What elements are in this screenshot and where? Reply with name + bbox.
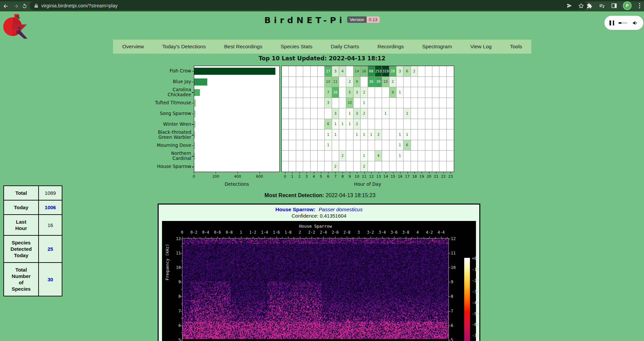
heatmap-cell [432, 129, 439, 140]
detection-species[interactable]: House Sparrow: [275, 207, 315, 212]
nav-item-overview[interactable]: Overview [120, 44, 146, 50]
time-ticklabel: 2 [299, 230, 301, 235]
colorbar-ticklabel: -10 [472, 267, 479, 272]
forward-button[interactable] [12, 2, 19, 10]
time-ticklabel: 0·6 [214, 230, 221, 235]
heatmap-cell: 14 [354, 66, 361, 77]
heatmap-cell: 10 [325, 77, 332, 88]
heatmap-cell [382, 119, 389, 130]
nav-item-species-stats[interactable]: Species Stats [279, 44, 315, 50]
nav-item-daily-charts[interactable]: Daily Charts [329, 44, 361, 50]
heatmap-cell [432, 119, 439, 130]
heatmap-cell [411, 119, 418, 130]
nav-item-view-log[interactable]: View Log [468, 44, 493, 50]
extensions-puzzle-icon[interactable] [586, 3, 593, 9]
heatmap-cell [411, 129, 418, 140]
heatmap-cell: 2 [361, 161, 368, 172]
heatmap-cell: 1 [332, 119, 339, 130]
time-minor-tick [376, 237, 377, 238]
time-ticklabel: 3·2 [367, 230, 374, 235]
heatmap-cell [368, 87, 375, 98]
time-tick [323, 236, 324, 238]
time-tick [406, 236, 406, 238]
heatmap-cell [418, 108, 425, 119]
nav-item-today-s-detections[interactable]: Today's Detections [160, 44, 208, 50]
heatmap-cell [303, 129, 310, 140]
kebab-menu-icon[interactable] [637, 3, 642, 9]
heatmap-xaxis-tick [379, 172, 379, 174]
time-minor-tick [247, 237, 247, 238]
heatmap-cell [339, 129, 346, 140]
side-panel-icon[interactable] [611, 3, 617, 9]
species-label: Blue Jay [137, 79, 191, 84]
heatmap-cell [368, 98, 375, 109]
audio-player[interactable] [604, 16, 643, 30]
heatmap-cell [311, 140, 318, 151]
heatmap-cell: 1 [361, 151, 368, 161]
heatmap-cell [354, 151, 361, 161]
heatmap-cell [439, 66, 446, 77]
heatmap-cell [418, 161, 425, 172]
bar-xaxis-tick [216, 172, 216, 174]
heatmap-cell [404, 77, 411, 88]
heatmap-xaxis-ticklabel: 23 [448, 174, 453, 179]
freq-ticklabel-right: 5 [451, 338, 453, 341]
heatmap-cell [325, 151, 332, 161]
heatmap-cell [382, 98, 389, 109]
heatmap-xaxis-ticklabel: 11 [362, 174, 367, 179]
heatmap-xaxis-tick [364, 172, 365, 174]
bar-xaxis-title: Detections [225, 181, 249, 187]
freq-ticklabel-left: 5 [173, 338, 181, 341]
address-bar[interactable]: virginia.birdnetpi.com/?stream=play [30, 1, 587, 10]
freq-ticklabel-right: 7 [451, 309, 453, 314]
time-minor-tick [306, 237, 306, 238]
heatmap-xaxis-tick [300, 172, 300, 174]
back-button[interactable] [2, 2, 9, 10]
stats-value-link[interactable]: 25 [39, 235, 62, 263]
heatmap-cell: 6 [404, 66, 411, 77]
heatmap-cell [303, 161, 310, 172]
volume-icon[interactable] [632, 20, 638, 26]
stats-value-link[interactable]: 30 [39, 263, 62, 296]
heatmap-cell [368, 161, 375, 172]
heatmap-cell: 1 [332, 129, 339, 140]
time-ticklabel: 1·6 [273, 230, 280, 235]
heatmap-cell: 1 [325, 129, 332, 140]
yaxis-tick [192, 146, 194, 146]
send-icon[interactable] [567, 3, 573, 9]
reload-button[interactable] [21, 2, 28, 10]
pause-icon[interactable] [609, 20, 614, 25]
nav-item-spectrogram[interactable]: Spectrogram [420, 44, 454, 50]
media-controls-icon[interactable] [598, 3, 605, 9]
nav-item-tools[interactable]: Tools [508, 44, 524, 50]
time-ticklabel: 2·4 [320, 230, 327, 235]
heatmap-cell [346, 151, 353, 161]
nav-item-recordings[interactable]: Recordings [375, 44, 406, 50]
time-ticklabel: 2·6 [332, 230, 339, 235]
heatmap-cell [439, 87, 446, 98]
heatmap-cell: 3 [332, 108, 339, 119]
heatmap-cell [361, 119, 368, 130]
bookmark-star-icon[interactable] [578, 3, 584, 9]
seek-slider[interactable] [619, 22, 628, 24]
time-minor-tick [329, 237, 330, 238]
time-minor-tick [212, 237, 212, 238]
heatmap-cell: 1 [404, 129, 411, 140]
profile-avatar[interactable]: P [623, 1, 632, 10]
version-badge: Version0.13 [347, 17, 380, 22]
time-ticklabel: 1·2 [249, 230, 256, 235]
heatmap-xaxis-ticklabel: 8 [341, 174, 344, 179]
version-label: Version [347, 16, 366, 23]
heatmap-xaxis-tick [292, 172, 292, 174]
stats-label: Total Number of Species [4, 263, 39, 296]
stats-value-link[interactable]: 1006 [39, 200, 62, 215]
colorbar-ticklabel: -50 [472, 311, 479, 316]
heatmap-cell: 10 [382, 77, 389, 88]
nav-item-best-recordings[interactable]: Best Recordings [222, 44, 264, 50]
heatmap-cell: 2 [375, 129, 382, 140]
heatmap-cell [389, 161, 396, 172]
freq-ticklabel-left: 12 [173, 236, 181, 241]
time-ticklabel: 3·8 [402, 230, 410, 235]
time-ticklabel: 3 [358, 230, 360, 235]
heatmap-cell [282, 108, 289, 119]
